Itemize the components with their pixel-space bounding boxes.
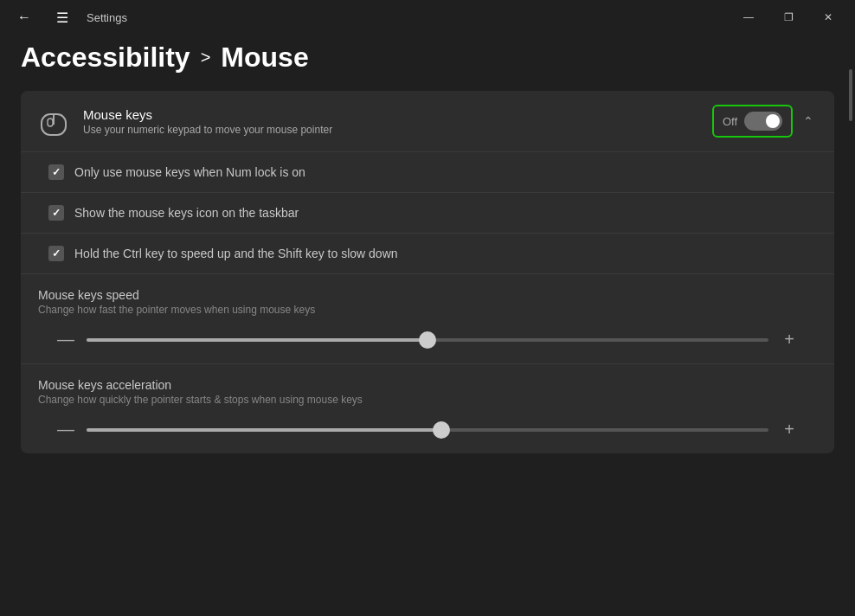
collapse-button[interactable]: ⌃ <box>800 111 817 132</box>
scrollbar-thumb[interactable] <box>849 69 852 121</box>
speed-slider-title: Mouse keys speed <box>38 288 817 302</box>
option-num-lock: ✓ Only use mouse keys when Num lock is o… <box>21 152 834 193</box>
speed-decrease-button[interactable]: — <box>55 330 76 350</box>
speed-slider-description: Change how fast the pointer moves when u… <box>38 304 817 316</box>
mouse-keys-header: Mouse keys Use your numeric keypad to mo… <box>21 91 834 152</box>
speed-slider-container <box>87 331 768 349</box>
acceleration-decrease-button[interactable]: — <box>55 420 76 440</box>
titlebar-controls: — ❐ ✕ <box>729 3 848 31</box>
acceleration-slider-title: Mouse keys acceleration <box>38 378 817 392</box>
breadcrumb-mouse: Mouse <box>221 42 308 74</box>
acceleration-slider-track <box>87 428 768 432</box>
speed-slider-track <box>87 338 768 342</box>
mouse-keys-text: Mouse keys Use your numeric keypad to mo… <box>83 107 332 136</box>
checkbox-ctrl-shift[interactable]: ✓ <box>48 246 64 261</box>
option-num-lock-label: Only use mouse keys when Num lock is on <box>74 165 305 179</box>
maximize-button[interactable]: ❐ <box>768 3 808 31</box>
mouse-keys-card: Mouse keys Use your numeric keypad to mo… <box>21 91 834 453</box>
mouse-keys-toggle-wrapper: Off <box>712 105 793 138</box>
checkbox-num-lock[interactable]: ✓ <box>48 164 64 180</box>
minimize-icon: — <box>743 11 754 23</box>
maximize-icon: ❐ <box>784 11 794 23</box>
breadcrumb: Accessibility > Mouse <box>0 35 855 91</box>
checkmark-icon: ✓ <box>52 247 61 260</box>
speed-slider-section: Mouse keys speed Change how fast the poi… <box>21 274 834 364</box>
toggle-thumb <box>766 114 780 128</box>
breadcrumb-chevron-icon: > <box>201 48 211 67</box>
hamburger-button[interactable]: ☰ <box>48 3 76 31</box>
speed-slider-thumb[interactable] <box>419 331 436 349</box>
chevron-up-icon: ⌃ <box>803 114 813 128</box>
mouse-icon <box>38 106 69 137</box>
back-button[interactable]: ← <box>10 3 38 31</box>
acceleration-slider-container <box>87 421 768 439</box>
option-ctrl-shift-label: Hold the Ctrl key to speed up and the Sh… <box>74 247 398 260</box>
acceleration-slider-section: Mouse keys acceleration Change how quick… <box>21 364 834 453</box>
speed-slider-fill <box>87 338 428 342</box>
checkmark-icon: ✓ <box>52 207 61 219</box>
titlebar-title: Settings <box>87 11 127 24</box>
close-icon: ✕ <box>824 11 832 23</box>
breadcrumb-accessibility[interactable]: Accessibility <box>21 42 190 74</box>
speed-increase-button[interactable]: + <box>779 330 800 350</box>
titlebar-left: ← ☰ Settings <box>10 3 127 31</box>
hamburger-icon: ☰ <box>56 10 68 26</box>
toggle-label: Off <box>723 115 737 128</box>
minimize-button[interactable]: — <box>729 3 768 31</box>
mouse-keys-toggle[interactable] <box>744 112 782 131</box>
back-icon: ← <box>17 10 31 25</box>
mouse-keys-title: Mouse keys <box>83 107 332 122</box>
checkbox-taskbar-icon[interactable]: ✓ <box>48 205 64 221</box>
option-taskbar-label: Show the mouse keys icon on the taskbar <box>74 206 299 220</box>
mouse-keys-description: Use your numeric keypad to move your mou… <box>83 124 332 136</box>
titlebar: ← ☰ Settings — ❐ ✕ <box>0 0 855 35</box>
option-ctrl-shift: ✓ Hold the Ctrl key to speed up and the … <box>21 234 834 274</box>
mouse-keys-left: Mouse keys Use your numeric keypad to mo… <box>38 106 332 137</box>
acceleration-increase-button[interactable]: + <box>779 420 800 440</box>
speed-slider-row: — + <box>38 330 817 350</box>
acceleration-slider-fill <box>87 428 441 432</box>
mouse-keys-right: Off ⌃ <box>712 105 817 138</box>
svg-rect-2 <box>48 119 53 126</box>
scrollbar[interactable] <box>848 35 853 616</box>
main-content: Mouse keys Use your numeric keypad to mo… <box>0 91 855 453</box>
option-taskbar-icon: ✓ Show the mouse keys icon on the taskba… <box>21 193 834 234</box>
acceleration-slider-description: Change how quickly the pointer starts & … <box>38 394 817 406</box>
acceleration-slider-row: — + <box>38 420 817 440</box>
acceleration-slider-thumb[interactable] <box>433 421 450 439</box>
checkmark-icon: ✓ <box>52 166 61 178</box>
close-button[interactable]: ✕ <box>808 3 848 31</box>
